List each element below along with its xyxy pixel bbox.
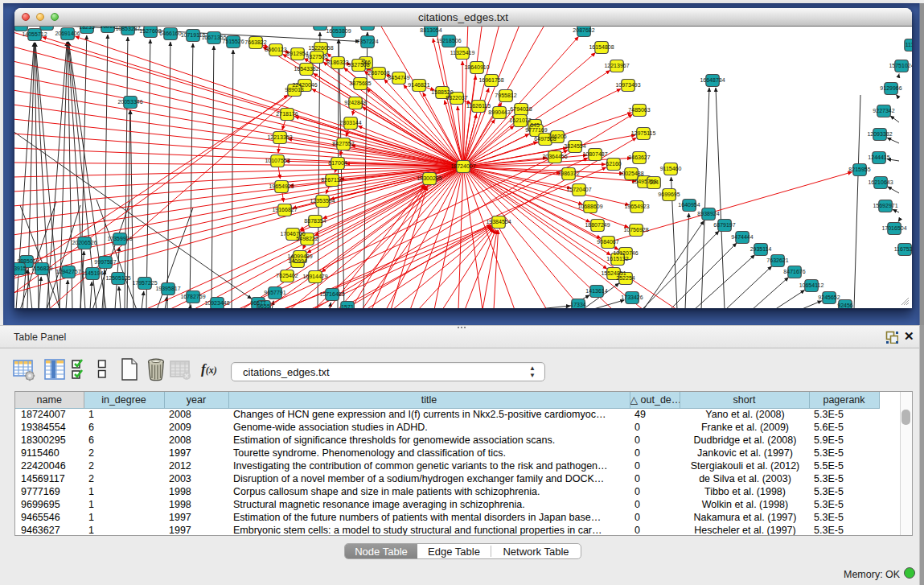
svg-text:9146821: 9146821	[408, 82, 429, 88]
svg-text:15226058: 15226058	[308, 45, 333, 51]
svg-text:1733426: 1733426	[621, 295, 643, 300]
svg-text:17016504: 17016504	[881, 225, 906, 231]
svg-text:2935114: 2935114	[750, 246, 772, 252]
svg-text:9129966: 9129966	[880, 85, 901, 91]
svg-text:7955812: 7955812	[495, 93, 516, 98]
svg-text:12942757: 12942757	[55, 269, 80, 274]
svg-text:10107553: 10107553	[265, 158, 290, 163]
svg-text:18300295: 18300295	[417, 175, 441, 181]
svg-text:8215955: 8215955	[848, 167, 870, 172]
svg-text:1527602: 1527602	[139, 28, 161, 34]
svg-text:8660123: 8660123	[265, 47, 286, 52]
svg-text:1588520: 1588520	[431, 89, 453, 95]
svg-text:989013: 989013	[285, 87, 303, 93]
svg-text:19166827: 19166827	[272, 207, 297, 212]
svg-text:6879197: 6879197	[713, 222, 735, 228]
svg-text:7515526: 7515526	[222, 39, 244, 44]
svg-text:15692971: 15692971	[873, 203, 897, 208]
svg-text:1145194: 1145194	[82, 270, 104, 276]
svg-text:10853287: 10853287	[115, 27, 140, 31]
svg-text:18640910: 18640910	[464, 64, 489, 70]
svg-text:2718176: 2718176	[276, 111, 298, 117]
svg-text:20691406: 20691406	[55, 31, 80, 36]
svg-text:18807249: 18807249	[585, 222, 610, 228]
svg-text:16210643: 16210643	[868, 179, 893, 185]
svg-text:16914479: 16914479	[302, 274, 327, 279]
svg-text:9474444: 9474444	[731, 234, 753, 240]
svg-text:3875685: 3875685	[349, 80, 371, 86]
svg-text:12213363: 12213363	[267, 134, 292, 140]
svg-text:16154808: 16154808	[589, 44, 614, 50]
svg-text:92456: 92456	[837, 303, 853, 308]
svg-text:12093382: 12093382	[867, 131, 892, 137]
svg-text:12505135: 12505135	[105, 275, 130, 281]
svg-text:16782759: 16782759	[180, 294, 205, 299]
svg-text:8471676: 8471676	[783, 269, 805, 274]
svg-text:9463627: 9463627	[628, 154, 650, 160]
svg-text:12975115: 12975115	[631, 130, 656, 136]
svg-text:5498222: 5498222	[296, 236, 318, 241]
svg-text:19654923: 19654923	[624, 204, 649, 209]
svg-text:10120746: 10120746	[613, 250, 638, 256]
svg-text:19654925: 19654925	[269, 183, 294, 189]
svg-text:9084067: 9084067	[597, 239, 618, 245]
svg-text:9242848: 9242848	[344, 100, 366, 105]
svg-text:17359928: 17359928	[107, 236, 132, 241]
svg-text:1413614: 1413614	[585, 288, 607, 294]
svg-text:8322037: 8322037	[446, 95, 467, 101]
svg-text:12353594: 12353594	[310, 198, 335, 204]
svg-text:9655: 9655	[257, 303, 270, 308]
svg-text:8427552: 8427552	[332, 141, 354, 146]
svg-text:19395817: 19395817	[155, 286, 180, 291]
svg-text:11325419: 11325419	[450, 50, 475, 56]
svg-text:17957225: 17957225	[132, 280, 157, 286]
svg-text:8186323: 8186323	[326, 60, 348, 65]
svg-text:8267130: 8267130	[321, 177, 343, 183]
svg-text:1244415: 1244415	[868, 154, 889, 160]
svg-text:7663822: 7663822	[244, 39, 266, 45]
svg-text:6466160: 6466160	[159, 31, 181, 36]
svg-text:7986372: 7986372	[557, 171, 579, 176]
svg-text:9327505: 9327505	[306, 54, 327, 60]
svg-text:817004: 817004	[328, 160, 347, 166]
svg-text:62160: 62160	[606, 161, 622, 167]
svg-text:3824554: 3824554	[564, 143, 585, 149]
svg-text:1167533: 1167533	[894, 246, 912, 252]
svg-text:11626115: 11626115	[466, 103, 491, 109]
svg-text:7485063: 7485063	[628, 107, 650, 113]
svg-text:15751024: 15751024	[889, 63, 912, 68]
svg-text:9245652: 9245652	[818, 295, 840, 300]
svg-text:43915: 43915	[14, 266, 27, 271]
svg-text:16961758: 16961758	[478, 77, 503, 83]
svg-text:1621072: 1621072	[509, 117, 531, 123]
svg-text:604: 604	[649, 179, 659, 185]
svg-text:10807487: 10807487	[582, 151, 607, 157]
svg-text:12213967: 12213967	[604, 63, 629, 68]
svg-text:10688609: 10688609	[577, 204, 602, 209]
svg-text:9327508: 9327508	[347, 62, 369, 68]
svg-text:18231: 18231	[14, 27, 29, 27]
svg-text:7625402: 7625402	[276, 273, 298, 278]
svg-text:8990443: 8990443	[488, 109, 510, 115]
svg-text:9777169: 9777169	[525, 127, 547, 133]
svg-text:8454749: 8454749	[388, 75, 409, 80]
svg-text:15720407: 15720407	[566, 187, 591, 192]
svg-text:14099489: 14099489	[287, 253, 312, 259]
svg-text:252254: 252254	[616, 275, 634, 281]
svg-text:9699695: 9699695	[658, 192, 680, 197]
svg-text:8878354: 8878354	[304, 218, 326, 224]
svg-text:1156829: 1156829	[31, 266, 53, 271]
svg-text:7357224: 7357224	[356, 39, 378, 44]
svg-text:6794028: 6794028	[510, 106, 532, 112]
svg-text:2087682: 2087682	[573, 27, 594, 33]
svg-text:19384554: 19384554	[486, 219, 511, 225]
svg-text:8813054: 8813054	[420, 27, 441, 33]
svg-text:14055712: 14055712	[22, 31, 47, 37]
svg-text:20053346: 20053346	[117, 99, 142, 105]
svg-text:8938924: 8938924	[697, 211, 719, 216]
svg-text:1640954: 1640954	[678, 202, 700, 208]
svg-text:18235: 18235	[79, 27, 95, 30]
svg-text:10654112: 10654112	[799, 282, 824, 288]
svg-text:16815: 16815	[100, 27, 116, 29]
svg-text:15716485: 15716485	[319, 291, 344, 297]
